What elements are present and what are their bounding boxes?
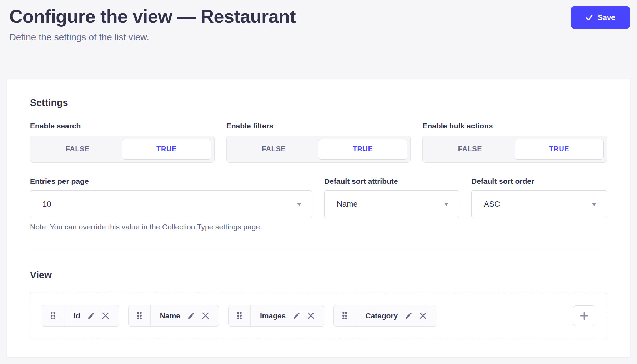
drag-handle-icon[interactable] (229, 305, 251, 326)
settings-card: Settings Enable search FALSE TRUE Enable… (7, 79, 630, 357)
enable-bulk-actions-label: Enable bulk actions (422, 122, 607, 130)
enable-filters-field: Enable filters FALSE TRUE (226, 122, 411, 163)
field-chip-label: Name (160, 312, 180, 320)
default-sort-order-value: ASC (484, 199, 500, 209)
enable-filters-false-option[interactable]: FALSE (230, 139, 318, 160)
toggles-row: Enable search FALSE TRUE Enable filters … (30, 122, 607, 163)
settings-section-heading: Settings (30, 97, 607, 108)
drag-handle-icon[interactable] (334, 305, 356, 326)
chevron-down-icon (444, 203, 449, 206)
enable-filters-toggle: FALSE TRUE (226, 136, 411, 163)
default-sort-order-select[interactable]: ASC (471, 190, 607, 218)
drag-handle-icon[interactable] (129, 305, 151, 326)
field-chip-name: Name (128, 305, 219, 327)
page-title: Configure the view — Restaurant (9, 6, 628, 27)
field-chip-label: Id (74, 312, 80, 320)
check-icon (586, 14, 593, 21)
chevron-down-icon (297, 203, 302, 206)
default-sort-order-label: Default sort order (471, 177, 607, 186)
close-icon[interactable] (307, 312, 315, 319)
enable-search-true-option[interactable]: TRUE (122, 139, 211, 160)
close-icon[interactable] (102, 312, 109, 319)
entries-per-page-field: Entries per page 10 (30, 177, 312, 218)
pencil-icon[interactable] (87, 312, 95, 319)
chevron-down-icon (592, 203, 597, 206)
field-chip-label: Images (260, 312, 286, 320)
default-sort-attribute-label: Default sort attribute (324, 177, 459, 186)
enable-filters-true-option[interactable]: TRUE (318, 139, 407, 160)
field-chip-body: Category (356, 305, 436, 326)
field-chip-body: Name (151, 305, 219, 326)
default-sort-order-field: Default sort order ASC (471, 177, 607, 218)
page-subtitle: Define the settings of the list view. (9, 32, 628, 43)
plus-icon (579, 311, 589, 321)
page-header: Configure the view — Restaurant Define t… (0, 0, 637, 43)
view-fields-dropzone: Id Name (30, 293, 607, 339)
close-icon[interactable] (419, 312, 427, 319)
enable-filters-label: Enable filters (226, 122, 411, 130)
default-sort-attribute-field: Default sort attribute Name (324, 177, 459, 218)
save-button-label: Save (598, 13, 615, 22)
enable-bulk-actions-false-option[interactable]: FALSE (426, 139, 514, 160)
selects-row: Entries per page 10 Default sort attribu… (30, 177, 607, 218)
field-chip-label: Category (365, 312, 398, 320)
enable-search-toggle: FALSE TRUE (30, 136, 215, 163)
enable-bulk-actions-toggle: FALSE TRUE (422, 136, 607, 163)
field-chip-body: Id (64, 305, 119, 326)
view-section-heading: View (30, 270, 607, 281)
add-field-button[interactable] (573, 305, 595, 326)
enable-search-label: Enable search (30, 122, 215, 130)
pencil-icon[interactable] (405, 312, 412, 319)
field-chip-body: Images (251, 305, 324, 326)
enable-search-false-option[interactable]: FALSE (33, 139, 122, 160)
field-chip-category: Category (333, 305, 436, 327)
entries-per-page-label: Entries per page (30, 177, 312, 186)
pencil-icon[interactable] (293, 312, 300, 319)
default-sort-attribute-select[interactable]: Name (324, 190, 459, 218)
enable-bulk-actions-field: Enable bulk actions FALSE TRUE (422, 122, 607, 163)
section-divider (30, 249, 607, 249)
close-icon[interactable] (202, 312, 209, 319)
pencil-icon[interactable] (187, 312, 195, 319)
field-chip-id: Id (42, 305, 119, 327)
drag-handle-icon[interactable] (42, 305, 64, 326)
save-button[interactable]: Save (571, 6, 630, 29)
enable-search-field: Enable search FALSE TRUE (30, 122, 215, 163)
entries-per-page-value: 10 (42, 199, 51, 209)
field-chip-images: Images (228, 305, 324, 327)
entries-per-page-note: Note: You can override this value in the… (30, 223, 607, 231)
default-sort-attribute-value: Name (337, 199, 358, 209)
entries-per-page-select[interactable]: 10 (30, 190, 312, 218)
enable-bulk-actions-true-option[interactable]: TRUE (515, 139, 604, 160)
